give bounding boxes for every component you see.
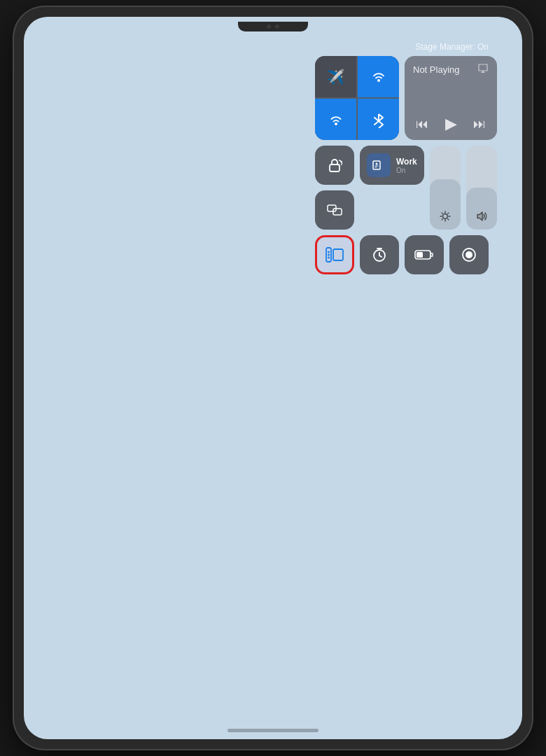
screen-record-button[interactable] (449, 235, 489, 274)
next-button[interactable]: ⏭ (473, 117, 486, 132)
svg-point-21 (328, 254, 330, 256)
hotspot-button[interactable] (358, 56, 399, 97)
svg-rect-7 (375, 166, 379, 167)
brightness-slider[interactable] (430, 146, 461, 230)
bluetooth-button[interactable] (358, 99, 399, 140)
focus-icon (367, 153, 391, 177)
screen-mirror-button[interactable] (315, 190, 354, 230)
camera-bump (238, 22, 308, 31)
volume-icon (475, 211, 488, 224)
volume-slider[interactable] (466, 146, 497, 230)
control-center: ✈️ (315, 56, 497, 274)
stage-manager-button[interactable] (315, 235, 354, 274)
media-controls: ⏮ ▶ ⏭ (413, 115, 489, 133)
svg-point-0 (377, 79, 380, 82)
svg-line-14 (442, 213, 442, 214)
ipad-frame: Stage Manager: On ✈️ (14, 7, 532, 749)
svg-line-16 (447, 213, 448, 214)
wifi-button[interactable] (315, 99, 356, 140)
svg-point-22 (328, 257, 330, 259)
svg-point-20 (328, 251, 330, 253)
top-bar (24, 17, 522, 36)
lock-mirror-col (315, 146, 354, 230)
focus-status: On (396, 167, 417, 174)
stage-manager-label: Stage Manager: On (415, 42, 489, 52)
svg-rect-8 (375, 167, 377, 168)
prev-button[interactable]: ⏮ (416, 117, 428, 132)
svg-line-25 (379, 255, 382, 257)
focus-name: Work (396, 157, 417, 167)
second-row: Work On (315, 146, 497, 230)
focus-text: Work On (396, 157, 417, 174)
svg-rect-5 (373, 161, 380, 169)
airplay-icon[interactable] (477, 63, 489, 76)
home-indicator (227, 729, 318, 732)
brightness-icon (440, 211, 451, 224)
camera-dot (267, 24, 271, 29)
svg-point-9 (442, 214, 447, 219)
media-player[interactable]: Not Playing ⏮ ▶ ⏭ (405, 56, 497, 140)
mic-dot (275, 24, 279, 29)
screen-lock-button[interactable] (315, 146, 354, 185)
airplane-mode-button[interactable]: ✈️ (315, 56, 356, 97)
top-row: ✈️ (315, 56, 497, 140)
low-power-button[interactable] (405, 235, 444, 274)
svg-line-17 (442, 219, 442, 220)
focus-sliders-col: Work On (360, 146, 424, 230)
svg-rect-29 (416, 252, 423, 258)
ipad-screen: Stage Manager: On ✈️ (24, 17, 522, 739)
play-button[interactable]: ▶ (445, 115, 457, 133)
svg-rect-19 (333, 249, 343, 260)
bottom-row (315, 235, 497, 274)
svg-point-1 (335, 122, 337, 125)
svg-rect-2 (330, 164, 340, 172)
svg-point-31 (465, 251, 472, 258)
svg-point-6 (376, 163, 378, 165)
connectivity-block[interactable]: ✈️ (315, 56, 399, 140)
focus-button[interactable]: Work On (360, 146, 424, 185)
svg-line-15 (447, 219, 448, 220)
media-top: Not Playing (413, 63, 489, 76)
media-title: Not Playing (413, 64, 459, 75)
timer-button[interactable] (360, 235, 399, 274)
